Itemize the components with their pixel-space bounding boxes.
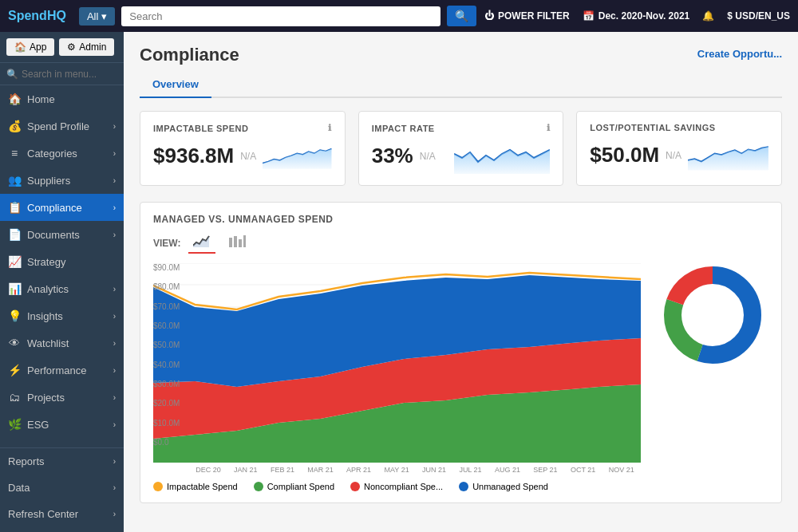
kpi-impactable-value-row: $936.8M N/A	[153, 138, 332, 174]
sidebar-item-insights[interactable]: 💡 Insights ›	[0, 302, 124, 329]
sidebar: 🏠 App ⚙ Admin 🔍 ↩ 🏠 Home 💰 Spend Profile…	[0, 32, 124, 532]
search-input[interactable]	[121, 6, 440, 26]
bar-chart-icon	[228, 234, 246, 247]
kpi-lost-savings-value-row: $50.0M N/A	[590, 137, 768, 173]
chevron-right-icon: ›	[113, 393, 116, 402]
kpi-card-impactable-spend: IMPACTABLE SPEND ℹ $936.8M N/A	[140, 111, 346, 186]
tab-overview[interactable]: Overview	[140, 72, 211, 98]
legend-unmanaged: Unmanaged Spend	[459, 482, 548, 491]
donut-chart-svg	[661, 263, 764, 367]
esg-icon: 🌿	[8, 418, 21, 431]
categories-icon: ≡	[8, 147, 21, 160]
y-axis: $90.0M $80.0M $70.0M $60.0M $50.0M $40.0…	[153, 263, 189, 447]
analytics-icon: 📊	[8, 282, 21, 295]
kpi-lost-savings-value: $50.0M	[590, 143, 659, 167]
create-opportunity-link[interactable]: Create Opportu...	[697, 45, 782, 60]
search-icon: 🔍	[6, 69, 18, 80]
svg-marker-0	[193, 236, 209, 247]
logo-text: HQ	[47, 9, 66, 22]
sidebar-item-performance[interactable]: ⚡ Performance ›	[0, 357, 124, 384]
suppliers-icon: 👥	[8, 174, 21, 187]
home-icon: 🏠	[14, 41, 26, 53]
chart-legend: Impactable Spend Compliant Spend Noncomp…	[153, 482, 641, 491]
sidebar-search-input[interactable]	[22, 69, 124, 80]
sidebar-item-refresh-center[interactable]: Refresh Center ›	[0, 501, 124, 527]
chart-title: MANAGED VS. UNMANAGED SPEND	[153, 214, 768, 225]
sidebar-item-connectors[interactable]: Connectors ›	[0, 527, 124, 532]
chevron-right-icon: ›	[113, 176, 116, 185]
currency-selector[interactable]: $ USD/EN_US	[727, 10, 790, 22]
area-chart-icon	[193, 234, 211, 247]
sidebar-item-strategy[interactable]: 📈 Strategy	[0, 248, 124, 275]
kpi-impactable-sparkline	[263, 138, 331, 174]
sidebar-item-compliance[interactable]: 📋 Compliance ›	[0, 194, 124, 221]
chart-main: $90.0M $80.0M $70.0M $60.0M $50.0M $40.0…	[153, 263, 641, 491]
chevron-right-icon: ›	[113, 457, 116, 466]
svg-rect-1	[229, 238, 232, 247]
chevron-right-icon: ›	[113, 312, 116, 321]
all-dropdown[interactable]: All ▾	[79, 7, 115, 26]
line-chart-view-button[interactable]	[188, 233, 215, 254]
sidebar-item-home[interactable]: 🏠 Home	[0, 85, 124, 112]
spend-profile-icon: 💰	[8, 120, 21, 132]
search-button[interactable]: 🔍	[447, 6, 476, 26]
projects-icon: 🗂	[8, 391, 21, 404]
svg-point-19	[685, 288, 740, 342]
sidebar-item-suppliers[interactable]: 👥 Suppliers ›	[0, 167, 124, 194]
sidebar-item-documents[interactable]: 📄 Documents ›	[0, 221, 124, 248]
compliance-icon: 📋	[8, 201, 21, 214]
admin-button[interactable]: ⚙ Admin	[59, 38, 114, 56]
home-nav-icon: 🏠	[8, 93, 21, 105]
legend-noncompliant: Noncompliant Spe...	[350, 482, 443, 491]
svg-rect-2	[234, 236, 237, 247]
sidebar-item-reports[interactable]: Reports ›	[0, 448, 124, 475]
sidebar-item-esg[interactable]: 🌿 ESG ›	[0, 411, 124, 438]
legend-impactable-dot	[153, 482, 163, 491]
view-label: VIEW:	[153, 238, 180, 249]
chevron-right-icon: ›	[113, 366, 116, 375]
kpi-impactable-header: IMPACTABLE SPEND ℹ	[153, 123, 332, 133]
strategy-icon: 📈	[8, 255, 21, 268]
kpi-row: IMPACTABLE SPEND ℹ $936.8M N/A	[140, 111, 782, 186]
info-icon[interactable]: ℹ	[547, 123, 551, 133]
sidebar-item-projects[interactable]: 🗂 Projects ›	[0, 384, 124, 411]
power-filter-button[interactable]: ⏻ POWER FILTER	[484, 10, 570, 22]
svg-rect-4	[243, 235, 246, 247]
calendar-icon: 📅	[583, 10, 595, 22]
chevron-right-icon: ›	[113, 285, 116, 294]
kpi-impact-rate-header: IMPACT RATE ℹ	[372, 123, 551, 133]
chart-view-row: VIEW:	[153, 233, 768, 254]
chevron-right-icon: ›	[113, 231, 116, 239]
chevron-right-icon: ›	[113, 203, 116, 212]
bar-chart-view-button[interactable]	[223, 233, 251, 254]
kpi-card-impact-rate: IMPACT RATE ℹ 33% N/A	[358, 111, 564, 186]
notifications-button[interactable]: 🔔	[702, 10, 714, 22]
sidebar-item-data[interactable]: Data ›	[0, 475, 124, 501]
kpi-impact-rate-na: N/A	[420, 151, 436, 162]
sidebar-item-watchlist[interactable]: 👁 Watchlist ›	[0, 329, 124, 357]
kpi-lost-savings-sparkline	[688, 137, 768, 173]
stacked-area-chart	[153, 263, 641, 463]
chevron-right-icon: ›	[113, 149, 116, 158]
sidebar-item-spend-profile[interactable]: 💰 Spend Profile ›	[0, 112, 124, 140]
chart-section: MANAGED VS. UNMANAGED SPEND VIEW:	[140, 202, 782, 503]
x-axis: DEC 20 JAN 21 FEB 21 MAR 21 APR 21 MAY 2…	[153, 466, 641, 474]
date-range-selector[interactable]: 📅 Dec. 2020-Nov. 2021	[583, 10, 690, 22]
chart-area: $90.0M $80.0M $70.0M $60.0M $50.0M $40.0…	[153, 263, 768, 491]
top-navigation: SpendHQ All ▾ 🔍 ⏻ POWER FILTER 📅 Dec. 20…	[0, 0, 798, 32]
nav-right-controls: ⏻ POWER FILTER 📅 Dec. 2020-Nov. 2021 🔔 $…	[484, 10, 790, 22]
chevron-right-icon: ›	[113, 510, 116, 518]
kpi-card-lost-savings: LOST/POTENTIAL SAVINGS $50.0M N/A	[576, 111, 782, 186]
bell-icon: 🔔	[702, 10, 714, 22]
info-icon[interactable]: ℹ	[328, 123, 332, 133]
legend-compliant: Compliant Spend	[254, 482, 334, 491]
legend-impactable: Impactable Spend	[153, 482, 238, 491]
sidebar-item-analytics[interactable]: 📊 Analytics ›	[0, 275, 124, 302]
legend-compliant-dot	[254, 482, 263, 491]
app-button[interactable]: 🏠 App	[6, 38, 54, 56]
chevron-right-icon: ›	[113, 483, 116, 492]
sidebar-item-categories[interactable]: ≡ Categories ›	[0, 140, 124, 167]
performance-icon: ⚡	[8, 364, 21, 376]
tabs-container: Overview	[140, 72, 782, 98]
legend-noncompliant-dot	[350, 482, 360, 491]
